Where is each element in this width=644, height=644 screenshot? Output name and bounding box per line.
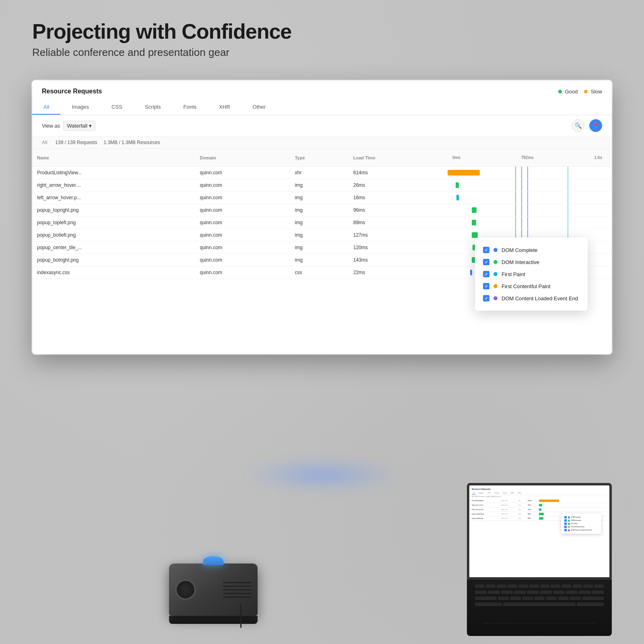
mini-stats: All 139/139 Requests 1.3MB/1.3MB Resourc… [472,496,607,497]
checkbox-first-contentful[interactable]: ✓ [483,283,489,289]
cell-loadtime: 120ms [349,242,443,254]
tab-xhr[interactable]: XHR [208,100,241,115]
checkbox-dom-interactive[interactable]: ✓ [483,259,489,265]
key [514,590,526,594]
resources-stat: 1.3MB / 1.3MB Resources [103,140,160,145]
tab-fonts[interactable]: Fonts [172,100,208,115]
screen-panel: Resource Requests Good Slow All Images C… [32,80,612,354]
key [475,584,485,588]
key [572,584,582,588]
dropdown-item-first-paint[interactable]: ✓ First Paint [483,268,580,280]
dropdown-item-dom-interactive[interactable]: ✓ DOM Interactive [483,256,580,268]
projector-body [169,564,258,616]
timeline-bar [472,207,477,213]
cell-timeline [443,167,612,179]
cell-domain: quinn.com [195,229,290,242]
cell-type: img [290,229,348,242]
laptop: Resource Requests All Images CSS Scripts… [467,483,612,636]
mini-row-2: right_arrow_hover.... quinn.com img 26ms [472,503,607,508]
vent-line-4 [223,593,251,594]
laptop-keyboard [467,580,612,636]
view-dropdown[interactable]: Waterfall ▾ [63,121,95,131]
projector [169,564,258,624]
vline-dom-content-loaded [527,179,528,191]
checkbox-dom-complete[interactable]: ✓ [483,247,489,253]
table-row[interactable]: popup_topleft.png quinn.com img 89ms [32,217,612,229]
cell-type: img [290,192,348,204]
table-row[interactable]: ProductListingView... quinn.com xhr 614m… [32,167,612,179]
mini-row-1: ProductListingView... quinn.com xhr 614m… [472,499,607,503]
vline-dom-interactive [521,192,522,204]
key [592,590,604,594]
tab-images[interactable]: Images [60,100,100,115]
add-marker-button[interactable]: 📍 [589,119,602,132]
table-header-row: Name Domain Type Load Time 0ms 792ms 1.6… [32,149,612,167]
dot-dom-interactive [493,260,497,264]
key-wide [475,597,497,601]
key [522,597,533,601]
tab-scripts[interactable]: Scripts [134,100,172,115]
cell-name: ProductListingView... [32,167,195,179]
key-row-2 [475,590,604,594]
label-first-paint: First Paint [502,271,525,277]
key-wide [475,603,502,607]
dot-first-paint [493,272,497,276]
key [508,584,517,588]
vline-first-paint [568,204,568,216]
cell-timeline [443,217,612,229]
tab-other[interactable]: Other [242,100,277,115]
vline-dom-interactive [521,217,522,229]
vline-dom-content-loaded [527,192,528,204]
timeline-label-792ms: 792ms [521,155,534,160]
tab-all[interactable]: All [32,100,60,115]
slow-dot [584,90,588,93]
vline-dom-content-loaded [527,204,528,216]
key [475,590,487,594]
col-type: Type [290,149,348,167]
mini-row-3: left_arrow_hover.p... quinn.com img 16ms [472,508,607,512]
vline-dom-interactive [521,179,522,191]
checkbox-dom-content-loaded[interactable]: ✓ [483,295,489,301]
view-as-control: View as Waterfall ▾ [42,121,95,131]
col-domain: Domain [195,149,290,167]
key [501,590,513,594]
key [534,597,545,601]
vline-dom-complete [515,192,516,204]
toolbar-icons: 🔍 📍 [572,119,602,132]
vline-dom-complete [515,167,516,179]
search-button[interactable]: 🔍 [572,119,584,132]
key [566,590,578,594]
header-section: Projecting with Confidence Reliable conf… [0,0,644,67]
cell-loadtime: 96ms [349,204,443,217]
table-row[interactable]: left_arrow_hover.p... quinn.com img 16ms [32,192,612,204]
dropdown-item-first-contentful[interactable]: ✓ First Contentful Paint [483,280,580,292]
projector-lens-bump [203,556,223,565]
table-row[interactable]: popup_topright.png quinn.com img 96ms [32,204,612,217]
cell-timeline [443,179,612,192]
timeline-bar [472,232,478,238]
cell-loadtime: 26ms [349,179,443,192]
tab-css[interactable]: CSS [100,100,134,115]
good-dot [558,90,562,93]
table-row[interactable]: right_arrow_hover.... quinn.com img 26ms [32,179,612,192]
vline-dom-complete [515,179,516,191]
subtitle: Reliable conference and presentation gea… [32,46,612,59]
key [553,590,565,594]
dropdown-item-dom-content-loaded[interactable]: ✓ DOM Content Loaded Event End [483,292,580,304]
mini-dropdown: DOM Complete DOM Interactive First Paint [561,514,601,534]
cell-name: popup_topleft.png [32,217,195,229]
vent-line-5 [223,597,251,598]
legend-good: Good [558,89,578,95]
dropdown-item-dom-complete[interactable]: ✓ DOM Complete [483,244,580,256]
cell-loadtime: 16ms [349,192,443,204]
timeline-label-0ms: 0ms [452,155,460,160]
key [570,597,581,601]
cell-loadtime: 614ms [349,167,443,179]
key [551,584,560,588]
laptop-screen: Resource Requests All Images CSS Scripts… [467,483,612,580]
label-dom-interactive: DOM Interactive [502,259,539,265]
cell-timeline [443,192,612,204]
cell-loadtime: 127ms [349,229,443,242]
vent-line-2 [223,586,251,587]
checkbox-first-paint[interactable]: ✓ [483,271,489,277]
